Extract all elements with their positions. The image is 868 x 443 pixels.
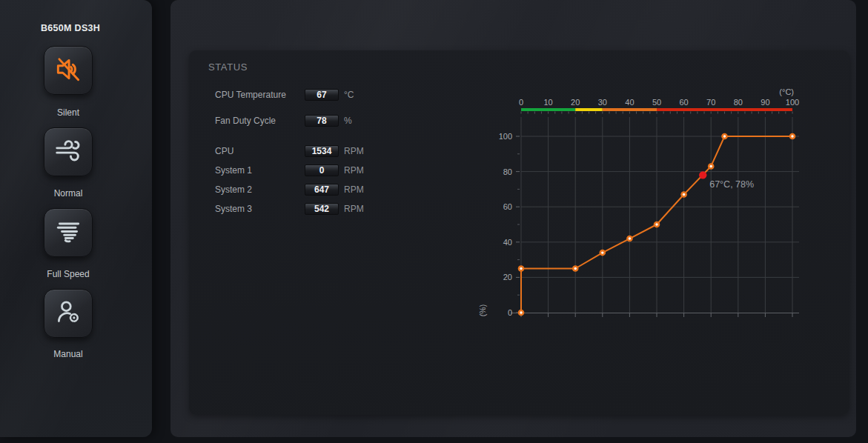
fan-unit: RPM [344,145,364,157]
metric-unit: °C [344,89,354,101]
cpu-fan-rpm-value: 1534 [305,145,339,157]
svg-text:100: 100 [499,132,512,141]
status-card: STATUS CPU Temperature 67 °C Fan Duty Cy… [189,50,849,415]
metric-unit: % [344,115,352,127]
svg-text:0: 0 [519,98,523,107]
fan-curve-chart[interactable]: 0204060801000102030405060708090100(°C)(%… [471,80,826,336]
mode-button-silent[interactable] [44,46,93,95]
fan-label: CPU [215,145,233,157]
mode-button-manual[interactable] [44,289,93,338]
tornado-icon [53,216,84,250]
fan-row-cpu: CPU 1534 RPM [215,145,423,157]
svg-text:80: 80 [503,167,512,176]
mode-label-normal: Normal [0,188,136,199]
svg-text:40: 40 [625,98,634,107]
fan-duty-cycle-value: 78 [305,115,339,127]
main-panel: STATUS CPU Temperature 67 °C Fan Duty Cy… [170,0,856,437]
fan-unit: RPM [344,184,364,196]
svg-text:60: 60 [503,202,512,211]
metric-row-cpu-temperature: CPU Temperature 67 °C [215,89,423,101]
fan-unit: RPM [344,203,364,215]
motherboard-model-title: B650M DS3H [41,23,100,33]
mode-label-silent: Silent [0,107,136,118]
fan-curve-svg: 0204060801000102030405060708090100(°C)(%… [471,80,826,336]
svg-text:30: 30 [598,98,607,107]
cpu-temperature-value: 67 [305,89,339,101]
fan-row-system-1: System 1 0 RPM [215,164,423,176]
svg-text:(°C): (°C) [779,87,794,96]
mode-label-full-speed: Full Speed [0,269,136,279]
svg-text:40: 40 [503,238,512,247]
metric-label: Fan Duty Cycle [215,115,276,127]
system3-fan-rpm-value: 542 [305,203,339,215]
svg-text:10: 10 [543,98,552,107]
muted-speaker-icon [53,53,84,87]
fan-label: System 3 [215,203,252,215]
svg-text:0: 0 [508,308,512,317]
svg-text:80: 80 [734,98,743,107]
wind-icon [53,135,84,169]
svg-text:100: 100 [786,98,799,107]
fan-label: System 2 [215,184,252,196]
svg-text:90: 90 [761,98,769,107]
person-gear-icon [53,296,84,330]
mode-label-manual: Manual [0,349,136,359]
svg-text:20: 20 [571,98,580,107]
metric-row-fan-duty-cycle: Fan Duty Cycle 78 % [215,115,423,127]
status-section-title: STATUS [208,61,248,73]
svg-text:70: 70 [706,98,715,107]
sidebar: B650M DS3H Silent Normal [0,0,152,437]
svg-text:67°C, 78%: 67°C, 78% [709,179,754,190]
fan-row-system-2: System 2 647 RPM [215,184,423,196]
svg-text:20: 20 [503,273,512,282]
fan-row-system-3: System 3 542 RPM [215,203,423,215]
mode-button-full-speed[interactable] [44,208,93,257]
system1-fan-rpm-value: 0 [305,164,339,176]
fan-label: System 1 [215,164,252,176]
metric-label: CPU Temperature [215,89,286,101]
fan-unit: RPM [344,164,364,176]
mode-button-normal[interactable] [44,127,93,176]
svg-text:50: 50 [652,98,661,107]
svg-text:(%): (%) [478,304,487,316]
system2-fan-rpm-value: 647 [305,184,339,196]
svg-text:60: 60 [679,98,688,107]
